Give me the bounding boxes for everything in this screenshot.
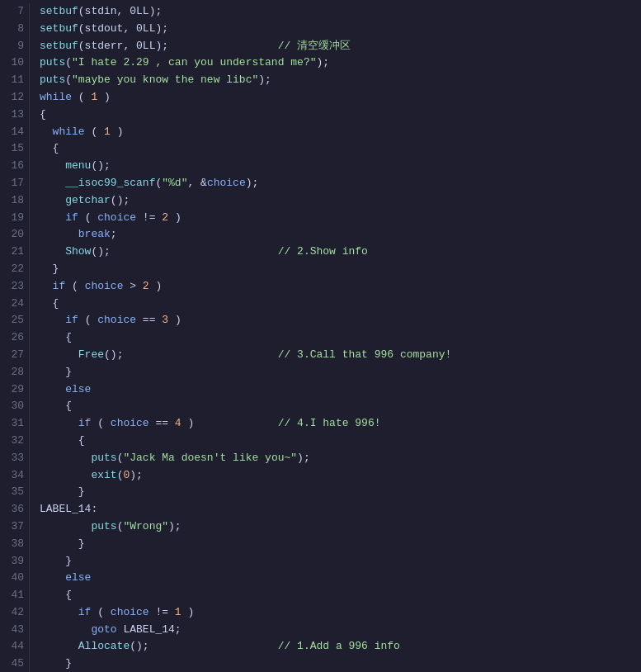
token-plain: ( xyxy=(65,280,84,292)
token-plain: { xyxy=(40,331,72,343)
line-number: 36 xyxy=(5,501,24,518)
token-kw: goto xyxy=(91,623,116,636)
token-plain: { xyxy=(40,589,72,601)
line-number: 30 xyxy=(5,398,24,415)
token-plain xyxy=(40,348,78,361)
line-number: 26 xyxy=(5,329,24,347)
code-line: exit(0); xyxy=(40,467,641,485)
token-str: "maybe you know the new libc" xyxy=(72,73,258,86)
token-plain xyxy=(40,314,65,326)
token-plain: ( xyxy=(78,314,97,326)
token-plain xyxy=(40,177,65,189)
token-plain: } xyxy=(40,263,59,275)
token-plain: == xyxy=(149,417,175,429)
code-line: break; xyxy=(40,226,641,244)
line-number: 14 xyxy=(5,124,24,141)
token-var: choice xyxy=(97,211,136,224)
token-cmt-green: // 3.Call that 996 company! xyxy=(278,348,452,361)
code-line: setbuf(stdin, 0LL); xyxy=(40,3,641,21)
code-line: } xyxy=(40,553,641,570)
token-kw: else xyxy=(65,571,91,584)
token-num: 2 xyxy=(162,211,168,224)
token-kw: if xyxy=(78,606,92,618)
line-number: 11 xyxy=(5,72,24,89)
token-plain: ( xyxy=(65,56,72,69)
token-fn: setbuf xyxy=(40,40,78,52)
token-plain: (); xyxy=(104,348,278,361)
token-plain: ); xyxy=(168,520,181,532)
line-number: 20 xyxy=(5,226,24,244)
token-plain: ); xyxy=(316,56,329,69)
line-number: 35 xyxy=(5,484,24,501)
token-plain: (); xyxy=(111,194,130,206)
token-plain: ( xyxy=(72,91,91,103)
token-str: "%d" xyxy=(162,177,187,189)
token-plain xyxy=(40,640,78,652)
code-line: puts("Wrong"); xyxy=(40,518,641,536)
code-line: } xyxy=(40,484,641,501)
code-line: { xyxy=(40,587,641,604)
token-plain: LABEL_14; xyxy=(117,623,181,636)
code-line: LABEL_14: xyxy=(40,501,641,518)
token-plain xyxy=(40,280,53,292)
token-plain: (); xyxy=(130,640,277,652)
code-line: while ( 1 ) xyxy=(40,89,641,106)
token-plain: == xyxy=(136,314,162,326)
token-num: 3 xyxy=(162,314,168,326)
token-fn: setbuf xyxy=(40,22,78,35)
line-number: 12 xyxy=(5,89,24,106)
token-num: 4 xyxy=(175,417,181,429)
code-line: { xyxy=(40,296,641,313)
line-number: 7 xyxy=(5,3,24,21)
code-editor: 7891011121314151617181920212223242526272… xyxy=(0,0,641,672)
token-plain: ) xyxy=(181,417,278,429)
token-plain: { xyxy=(40,434,85,447)
code-line: { xyxy=(40,140,641,158)
token-plain xyxy=(40,606,78,618)
line-number: 31 xyxy=(5,415,24,433)
token-plain: (stdin, 0LL); xyxy=(78,5,162,17)
line-number: 27 xyxy=(5,347,24,364)
token-plain xyxy=(40,520,91,532)
token-plain: (); xyxy=(91,245,277,258)
token-plain: ) xyxy=(97,91,111,103)
token-num: 1 xyxy=(175,606,181,618)
code-line: Show(); // 2.Show info xyxy=(40,244,641,261)
token-kw: while xyxy=(53,125,85,138)
token-cmt-green: // 1.Add a 996 info xyxy=(278,640,400,652)
code-line: if ( choice != 2 ) xyxy=(40,210,641,227)
line-number: 16 xyxy=(5,158,24,175)
token-plain: { xyxy=(40,297,59,310)
token-str: "I hate 2.29 , can you understand me?" xyxy=(72,56,316,69)
token-plain: : xyxy=(91,503,97,515)
token-plain: } xyxy=(40,366,72,378)
token-cmt-green: // 4.I hate 996! xyxy=(278,417,381,429)
token-plain: ( xyxy=(65,73,72,86)
token-var: choice xyxy=(111,417,149,429)
code-line: while ( 1 ) xyxy=(40,124,641,141)
token-fn: puts xyxy=(40,56,65,69)
code-line: if ( choice > 2 ) xyxy=(40,278,641,296)
code-line: if ( choice != 1 ) xyxy=(40,604,641,622)
token-kw: if xyxy=(65,314,78,326)
token-plain: (stderr, 0LL); xyxy=(78,40,278,52)
token-plain: } xyxy=(40,657,72,670)
token-plain: ) xyxy=(168,211,181,224)
line-number: 37 xyxy=(5,518,24,536)
line-number: 34 xyxy=(5,467,24,485)
token-fn: menu xyxy=(65,159,91,172)
code-line: setbuf(stderr, 0LL); // 清空缓冲区 xyxy=(40,38,641,55)
code-line: { xyxy=(40,433,641,450)
token-plain: { xyxy=(40,108,46,121)
code-line: } xyxy=(40,655,641,672)
token-plain: != xyxy=(136,211,162,224)
token-plain: ( xyxy=(91,606,110,618)
token-plain xyxy=(40,211,65,224)
token-kw: if xyxy=(65,211,78,224)
token-plain: { xyxy=(40,400,72,412)
token-kw: if xyxy=(78,417,92,429)
code-line: puts("I hate 2.29 , can you understand m… xyxy=(40,54,641,72)
token-plain: { xyxy=(40,142,59,154)
code-line: goto LABEL_14; xyxy=(40,622,641,639)
line-number: 33 xyxy=(5,450,24,467)
